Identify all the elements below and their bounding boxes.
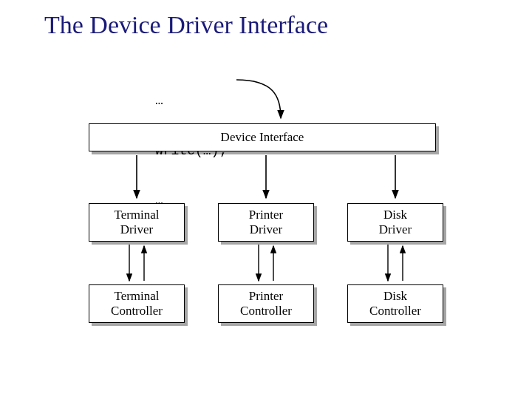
box-label: Device Interface bbox=[221, 130, 304, 145]
box-label: Printer bbox=[249, 289, 283, 304]
box-label: Terminal bbox=[114, 289, 159, 304]
box-label: Controller bbox=[369, 304, 421, 318]
terminal-driver-box: Terminal Driver bbox=[89, 203, 185, 242]
printer-controller-box: Printer Controller bbox=[218, 284, 314, 323]
disk-driver-box: Disk Driver bbox=[347, 203, 443, 242]
box-label: Disk bbox=[383, 208, 407, 222]
disk-controller-box: Disk Controller bbox=[347, 284, 443, 323]
box-label: Driver bbox=[120, 222, 153, 237]
box-label: Terminal bbox=[114, 208, 159, 222]
slide-title: The Device Driver Interface bbox=[44, 11, 328, 39]
diagram-arrows bbox=[0, 0, 532, 399]
terminal-controller-box: Terminal Controller bbox=[89, 284, 185, 323]
printer-driver-box: Printer Driver bbox=[218, 203, 314, 242]
code-line: … bbox=[155, 92, 227, 109]
device-interface-box: Device Interface bbox=[89, 123, 436, 151]
box-label: Disk bbox=[383, 289, 407, 304]
box-label: Driver bbox=[250, 222, 282, 237]
box-label: Printer bbox=[249, 208, 283, 222]
box-label: Driver bbox=[379, 222, 412, 237]
box-label: Controller bbox=[240, 304, 292, 318]
arrow-call-to-interface bbox=[236, 80, 281, 118]
box-label: Controller bbox=[111, 304, 163, 318]
